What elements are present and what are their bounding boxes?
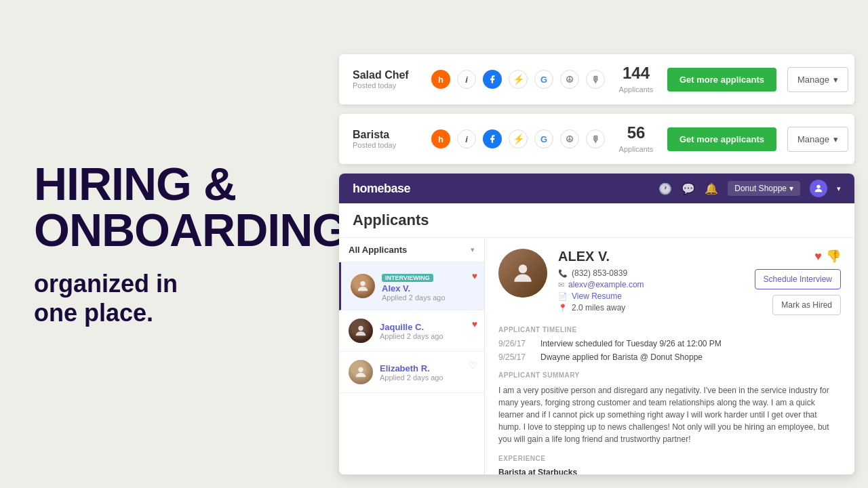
notification-icon[interactable]: 🔔 bbox=[705, 182, 718, 195]
detail-distance: 📍 2.0 miles away bbox=[558, 303, 744, 312]
applicants-list: All Applicants ▾ INTERVIEWING Alex V. Ap… bbox=[339, 238, 485, 474]
job-icons-salad-chef: h i ⚡ G ☮ 🎙 bbox=[431, 70, 605, 89]
indeed-icon: i bbox=[457, 70, 476, 89]
history-icon[interactable]: 🕐 bbox=[658, 182, 672, 195]
applicant-meta-elizabeth: Elizabeth R. Applied 2 days ago bbox=[380, 363, 475, 382]
store-badge[interactable]: Donut Shoppe ▾ bbox=[728, 181, 800, 196]
get-more-applicants-btn-salad-chef[interactable]: Get more applicants bbox=[667, 68, 776, 92]
applicant-detail: ALEX V. 📞 (832) 853-0839 ✉ alexv@example… bbox=[485, 238, 854, 474]
applicant-meta-jaquille: Jaquille C. Applied 2 days ago bbox=[380, 322, 475, 340]
chevron-down-icon-b: ▾ bbox=[833, 134, 838, 144]
subheadline: organized inone place. bbox=[34, 269, 292, 327]
avatar-jaquille bbox=[349, 319, 373, 343]
applicant-meta-alex: INTERVIEWING Alex V. Applied 2 days ago bbox=[382, 270, 475, 302]
list-filter-title: All Applicants bbox=[349, 245, 407, 255]
right-section: Salad Chef Posted today h i ⚡ G ☮ 🎙 144 … bbox=[326, 0, 868, 488]
applicant-item-alex[interactable]: INTERVIEWING Alex V. Applied 2 days ago … bbox=[339, 262, 484, 310]
homebase-header: homebase 🕐 💬 🔔 Donut Shoppe ▾ ▾ bbox=[339, 174, 854, 203]
heart-filled-jaquille[interactable]: ♥ bbox=[472, 319, 477, 329]
job-icons-barista: h i ⚡ G ☮ 🎙 bbox=[431, 129, 605, 148]
indeed-icon-b: i bbox=[457, 129, 476, 148]
chevron-down-icon: ▾ bbox=[833, 75, 838, 85]
svg-point-2 bbox=[358, 326, 363, 331]
summary-text: I am a very positive person and disregar… bbox=[498, 384, 841, 445]
applicant-applied-elizabeth: Applied 2 days ago bbox=[380, 373, 475, 382]
job-info-salad-chef: Salad Chef Posted today bbox=[353, 69, 420, 89]
email-icon: ✉ bbox=[558, 281, 564, 289]
get-more-applicants-btn-barista[interactable]: Get more applicants bbox=[667, 127, 776, 151]
homebase-panel: homebase 🕐 💬 🔔 Donut Shoppe ▾ ▾ Applican… bbox=[339, 174, 854, 474]
applicant-item-jaquille[interactable]: Jaquille C. Applied 2 days ago ♥ bbox=[339, 310, 484, 352]
resume-link[interactable]: View Resume bbox=[572, 291, 622, 301]
user-avatar-header[interactable] bbox=[810, 180, 827, 197]
zip-recruiter-icon: ⚡ bbox=[509, 70, 528, 89]
marketing-section: HIRING &ONBOARDING organized inone place… bbox=[0, 0, 326, 488]
list-header: All Applicants ▾ bbox=[339, 238, 484, 262]
job-posted-salad-chef: Posted today bbox=[353, 81, 420, 89]
applicant-applied-jaquille: Applied 2 days ago bbox=[380, 332, 475, 340]
homebase-logo: homebase bbox=[353, 182, 410, 196]
email-link[interactable]: alexv@example.com bbox=[568, 280, 644, 289]
doc-icon: 📄 bbox=[558, 292, 568, 301]
avatar-alex bbox=[351, 274, 375, 298]
heart-filled-alex[interactable]: ♥ bbox=[472, 270, 477, 281]
facebook-icon bbox=[483, 70, 502, 89]
google-icon: G bbox=[534, 70, 553, 89]
job-card-barista: Barista Posted today h i ⚡ G ☮ 🎙 56 Appl… bbox=[339, 114, 854, 164]
manage-btn-barista[interactable]: Manage ▾ bbox=[787, 127, 848, 152]
headline: HIRING &ONBOARDING bbox=[34, 161, 292, 253]
location-icon: 📍 bbox=[558, 304, 568, 312]
mark-as-hired-button[interactable]: Mark as Hired bbox=[772, 295, 841, 315]
applicant-name-jaquille: Jaquille C. bbox=[380, 322, 475, 332]
hirequest-icon: h bbox=[431, 70, 450, 89]
svg-point-4 bbox=[519, 264, 528, 273]
heart-empty-elizabeth[interactable]: ♡ bbox=[469, 360, 477, 371]
hirequest-icon-b: h bbox=[431, 129, 450, 148]
detail-resume: 📄 View Resume bbox=[558, 291, 744, 301]
peace-icon-b: ☮ bbox=[560, 129, 579, 148]
timeline-item-1: 9/25/17 Dwayne applied for Barista @ Don… bbox=[498, 352, 841, 362]
job-title-barista: Barista bbox=[353, 129, 420, 141]
header-right: 🕐 💬 🔔 Donut Shoppe ▾ ▾ bbox=[658, 180, 841, 197]
detail-header: ALEX V. 📞 (832) 853-0839 ✉ alexv@example… bbox=[498, 249, 841, 315]
mic-icon-b: 🎙 bbox=[586, 129, 605, 148]
timeline-label: APPLICANT TIMELINE bbox=[498, 326, 841, 333]
chevron-down-icon-user: ▾ bbox=[837, 184, 841, 193]
phone-icon: 📞 bbox=[558, 269, 568, 278]
mic-icon: 🎙 bbox=[586, 70, 605, 89]
zip-recruiter-icon-b: ⚡ bbox=[509, 129, 528, 148]
applicants-count-salad-chef: 144 Applicants bbox=[616, 64, 656, 95]
heart-button[interactable]: ♥ bbox=[814, 249, 822, 264]
applicant-name-elizabeth: Elizabeth R. bbox=[380, 363, 475, 373]
schedule-interview-button[interactable]: Schedule Interview bbox=[755, 269, 841, 289]
google-icon-b: G bbox=[534, 129, 553, 148]
facebook-icon-b bbox=[483, 129, 502, 148]
reaction-buttons: ♥ 👎 bbox=[814, 249, 841, 264]
peace-icon: ☮ bbox=[560, 70, 579, 89]
svg-point-1 bbox=[360, 281, 365, 286]
avatar-elizabeth bbox=[349, 360, 373, 384]
experience-label: EXPERIENCE bbox=[498, 455, 841, 462]
section-title: Applicants bbox=[339, 203, 854, 238]
summary-label: APPLICANT SUMMARY bbox=[498, 371, 841, 379]
experience-item-0: Barista at Starbucks 2 years bbox=[498, 468, 841, 474]
interview-badge: INTERVIEWING bbox=[382, 274, 433, 282]
dropdown-arrow[interactable]: ▾ bbox=[471, 245, 475, 254]
thumbdown-button[interactable]: 👎 bbox=[826, 249, 841, 264]
hb-content: All Applicants ▾ INTERVIEWING Alex V. Ap… bbox=[339, 238, 854, 474]
detail-actions: ♥ 👎 Schedule Interview Mark as Hired bbox=[755, 249, 841, 315]
job-info-barista: Barista Posted today bbox=[353, 129, 420, 149]
detail-avatar-alex bbox=[498, 249, 547, 298]
svg-point-3 bbox=[358, 367, 363, 372]
applicants-count-barista: 56 Applicants bbox=[616, 123, 656, 155]
detail-email: ✉ alexv@example.com bbox=[558, 280, 744, 289]
applicant-item-elizabeth[interactable]: Elizabeth R. Applied 2 days ago ♡ bbox=[339, 352, 484, 393]
timeline-item-0: 9/26/17 Interview scheduled for Tuesday … bbox=[498, 339, 841, 348]
applicant-applied-alex: Applied 2 days ago bbox=[382, 293, 475, 302]
chat-icon[interactable]: 💬 bbox=[682, 182, 695, 195]
manage-btn-salad-chef[interactable]: Manage ▾ bbox=[787, 67, 848, 92]
detail-name: ALEX V. bbox=[558, 249, 744, 264]
svg-point-0 bbox=[816, 185, 820, 188]
job-title-salad-chef: Salad Chef bbox=[353, 69, 420, 81]
detail-info: ALEX V. 📞 (832) 853-0839 ✉ alexv@example… bbox=[558, 249, 744, 314]
